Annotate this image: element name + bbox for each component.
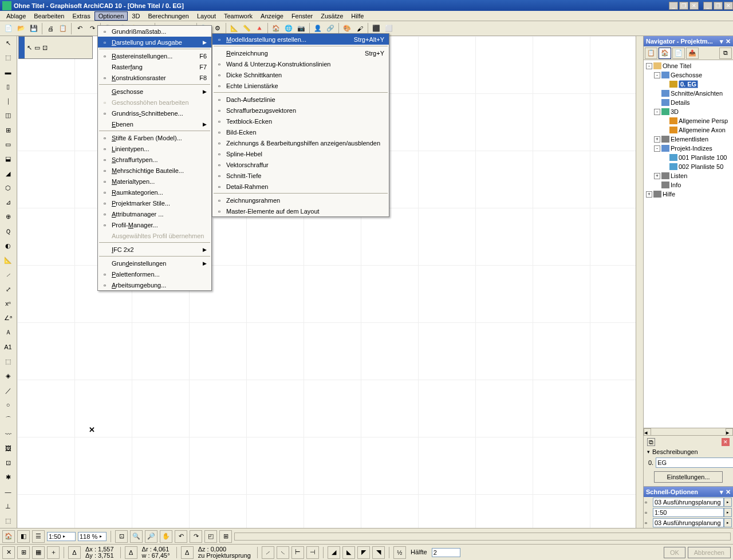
menu-item[interactable]: ▫Zeichnungs & Bearbeitungshilfen anzeige… (212, 137, 389, 148)
desc-collapse-icon[interactable]: ▾ (647, 449, 650, 455)
quickopt-row[interactable]: ▫03 Ausführungsplanung▸ (644, 497, 733, 507)
tool-button[interactable]: ⟋ (0, 267, 16, 282)
edge2-icon[interactable]: ◣ (342, 546, 355, 559)
zoom-next-icon[interactable]: ↷ (190, 530, 202, 543)
quickopt-close-icon[interactable]: ✕ (726, 488, 731, 496)
child-restore-button[interactable]: ❐ (714, 2, 723, 10)
tool-button[interactable]: ⬚ (0, 50, 16, 65)
tree-expand-icon[interactable]: - (654, 72, 660, 78)
menu-fenster[interactable]: Fenster (287, 11, 317, 21)
menu-item[interactable]: ▫Modelldarstellung erstellen...Strg+Alt+… (212, 34, 389, 45)
menu-anzeige[interactable]: Anzeige (257, 11, 287, 21)
zoom-fit-icon[interactable]: ⊡ (115, 530, 128, 543)
menu-item[interactable]: ▫Spline-Hebel (212, 148, 389, 159)
menu-item[interactable]: ▫Materialtypen... (98, 176, 211, 187)
navigator-header[interactable]: Navigator - Projektm... ▾ ✕ (644, 36, 733, 46)
polar-icon[interactable]: Δ (125, 546, 137, 559)
snap2-icon[interactable]: ⟍ (277, 546, 289, 559)
menu-item[interactable]: ▫Dach-Aufsetzlinie (212, 94, 389, 105)
quickopt-options-icon[interactable]: ▾ (720, 488, 723, 496)
tool-button[interactable]: ↖ (0, 36, 16, 50)
zoom-prev-icon[interactable]: ↶ (175, 530, 187, 543)
tree-expand-icon[interactable]: - (654, 109, 660, 115)
tool-button[interactable]: Ｑ (0, 224, 16, 238)
tool-button[interactable]: ◢ (0, 166, 16, 180)
menu-item[interactable]: ▫KonstruktionsrasterF8 (98, 72, 211, 83)
edge4-icon[interactable]: ◥ (372, 546, 385, 559)
menu-item[interactable]: RasterfangF7 (98, 61, 211, 72)
menu-item[interactable]: IFC 2x2▶ (98, 244, 211, 255)
tree-item[interactable]: -Geschosse (645, 70, 732, 80)
zoom-all-icon[interactable]: ⊞ (219, 530, 232, 543)
menu-item[interactable]: ▫Dicke Schnittkanten (212, 69, 389, 80)
tree-item[interactable]: +Hilfe (645, 190, 732, 199)
cancel-button[interactable]: Abbrechen (688, 547, 731, 558)
tool-button[interactable]: ⊿ (0, 195, 16, 210)
tool-button[interactable]: ／ (0, 383, 16, 397)
menu-item[interactable]: ▫Bild-Ecken (212, 127, 389, 137)
tool-button[interactable]: ⤢ (0, 282, 16, 297)
menu-item[interactable]: ▫Attributmanager ... (98, 208, 211, 219)
menu-item[interactable]: ▫Profil-Manager... (98, 219, 211, 230)
nav-layout-button[interactable]: 📄 (672, 48, 685, 59)
menu-extras[interactable]: Extras (68, 11, 94, 21)
menu-item[interactable]: ▫Darstellung und Ausgabe▶ (98, 37, 211, 48)
tree-item[interactable]: +Elementlisten (645, 135, 732, 144)
tree-expand-icon[interactable]: + (654, 136, 660, 143)
tool-button[interactable]: ∠ᵃ (0, 311, 16, 325)
menu-ablage[interactable]: Ablage (2, 11, 30, 21)
tree-item[interactable]: -Projekt-Indizes (645, 144, 732, 153)
tool-button[interactable]: ◫ (0, 108, 16, 123)
tool-button[interactable]: ⬚ (0, 514, 16, 528)
menu-item[interactable]: ▫Grundriss-Schnittebene... (98, 108, 211, 119)
menu-item[interactable]: Geschosse▶ (98, 86, 211, 97)
tree-item[interactable]: +Listen (645, 171, 732, 180)
view-nav-icon[interactable]: ◧ (17, 530, 30, 543)
toolbar-button[interactable]: 💾 (27, 22, 40, 35)
snap1-icon[interactable]: ⟋ (262, 546, 274, 559)
desc-close-icon[interactable]: ✕ (722, 438, 730, 446)
view-list-icon[interactable]: ☰ (32, 530, 45, 543)
tool-button[interactable]: ✱ (0, 470, 16, 484)
scale-field[interactable]: 1:50▸ (47, 532, 76, 541)
nav-view-button[interactable]: 🏠 (659, 48, 671, 59)
nav-publisher-button[interactable]: 📤 (686, 48, 699, 59)
close-button[interactable]: ✕ (689, 2, 699, 10)
grid-snap-icon[interactable]: ⊞ (17, 546, 30, 559)
navigator-close-icon[interactable]: ✕ (726, 38, 731, 45)
tool-button[interactable]: ○ (0, 398, 16, 412)
menu-layout[interactable]: Layout (193, 11, 220, 21)
coord-plus-icon[interactable]: ＋ (47, 546, 60, 559)
origin-icon[interactable]: ✕ (2, 546, 15, 559)
quickopt-row[interactable]: ▫1:50▸ (644, 507, 733, 518)
delta-icon[interactable]: Δ (68, 546, 81, 559)
tool-button[interactable]: A1 (0, 340, 16, 354)
tree-item[interactable]: Info (645, 180, 732, 190)
quickopt-header[interactable]: Schnell-Optionen ▾ ✕ (644, 487, 733, 497)
menu-item[interactable]: ▫Zeichnungsrahmen (212, 195, 389, 206)
menu-item[interactable]: ▫Schnitt-Tiefe (212, 170, 389, 181)
tree-item[interactable]: -3D (645, 107, 732, 116)
tree-expand-icon[interactable]: + (646, 191, 652, 198)
menu-item[interactable]: ▫Wand & Unterzug-Konstruktionslinien (212, 58, 389, 69)
quickopt-row[interactable]: ▫03 Ausführungsplanung▸ (644, 518, 733, 528)
tool-button[interactable]: ⊥ (0, 499, 16, 514)
snap4-icon[interactable]: ⊣ (306, 546, 319, 559)
nav-settings-button[interactable]: ⧉ (719, 48, 732, 59)
tool-button[interactable]: ⊕ (0, 210, 16, 224)
tree-expand-icon[interactable]: - (646, 63, 652, 69)
menu-item[interactable]: ▫Grundrißmaßstab... (98, 26, 211, 37)
menu-hilfe[interactable]: Hilfe (347, 11, 368, 21)
menu-item[interactable]: Grundeinstellungen▶ (98, 258, 211, 269)
zoom-field[interactable]: 118 %▸ (78, 532, 107, 541)
tool-button[interactable]: ⌒ (0, 412, 16, 427)
tool-button[interactable]: ⊡ (0, 456, 16, 470)
quickopt-dropdown-icon[interactable]: ▸ (724, 498, 732, 507)
pan-icon[interactable]: ✋ (160, 530, 172, 543)
desc-options-icon[interactable]: ⧉ (647, 438, 655, 446)
tool-button[interactable]: 📐 (0, 253, 16, 267)
marquee-tool-icon[interactable]: ▭ (34, 44, 40, 52)
tree-item[interactable]: Allgemeine Persp (645, 116, 732, 125)
menu-bearbeiten[interactable]: Bearbeiten (30, 11, 68, 21)
tree-item[interactable]: 0. EG (645, 80, 732, 89)
